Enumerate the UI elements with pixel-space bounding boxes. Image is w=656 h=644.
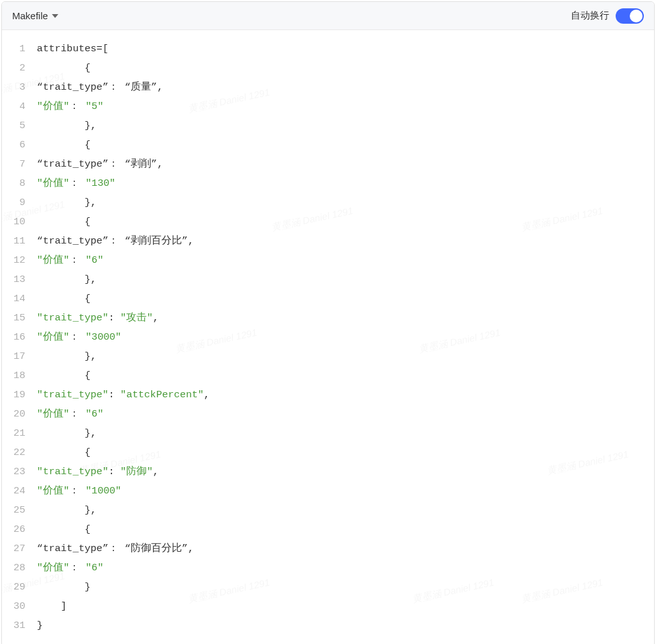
line-number: 9 [13, 193, 26, 212]
code-line: ] [37, 597, 654, 616]
word-wrap-label: 自动换行 [571, 10, 609, 22]
code-block-container: Makefile 自动换行 12345678910111213141516171… [1, 1, 655, 644]
code-line: “trait_type”： “剥削百分比”, [37, 231, 654, 251]
code-line: "trait_type": "attckPercent", [37, 385, 654, 404]
code-line: { [37, 135, 654, 154]
code-line: “trait_type”： “剥削”, [37, 154, 654, 174]
code-line: }, [37, 116, 654, 135]
line-number: 27 [13, 539, 26, 558]
line-number: 12 [13, 251, 26, 270]
line-number: 18 [13, 366, 26, 385]
line-number: 1 [13, 39, 26, 58]
code-line: "价值"： "1000" [37, 481, 654, 500]
line-number-gutter: 1234567891011121314151617181920212223242… [2, 39, 37, 635]
code-line: }, [37, 193, 654, 212]
code-line: "trait_type": "攻击", [37, 308, 654, 327]
line-number: 17 [13, 347, 26, 366]
language-selector[interactable]: Makefile [12, 10, 58, 21]
line-number: 31 [13, 616, 26, 635]
code-line: "价值"： "3000" [37, 327, 654, 347]
line-number: 10 [13, 212, 26, 231]
line-number: 6 [13, 135, 26, 154]
line-number: 24 [13, 481, 26, 500]
language-label: Makefile [12, 10, 48, 21]
line-number: 22 [13, 443, 26, 462]
line-number: 28 [13, 558, 26, 577]
code-line: "价值"： "130" [37, 174, 654, 193]
code-line: }, [37, 270, 654, 289]
code-line: { [37, 443, 654, 462]
chevron-down-icon [52, 14, 58, 18]
line-number: 21 [13, 424, 26, 443]
code-line: attributes=[ [37, 39, 654, 58]
code-line: “trait_type”： “防御百分比”, [37, 539, 654, 558]
line-number: 11 [13, 231, 26, 251]
line-number: 30 [13, 597, 26, 616]
code-line: } [37, 616, 654, 635]
code-line: }, [37, 347, 654, 366]
code-line: "价值"： "6" [37, 404, 654, 424]
line-number: 5 [13, 116, 26, 135]
code-line: "价值"： "6" [37, 251, 654, 270]
code-line: "价值"： "6" [37, 558, 654, 577]
line-number: 23 [13, 462, 26, 481]
line-number: 14 [13, 289, 26, 308]
code-line: { [37, 366, 654, 385]
code-header: Makefile 自动换行 [2, 2, 654, 30]
word-wrap-control: 自动换行 [571, 8, 644, 24]
code-line: } [37, 577, 654, 597]
word-wrap-toggle[interactable] [616, 8, 644, 24]
code-line: { [37, 289, 654, 308]
line-number: 8 [13, 174, 26, 193]
code-line: "价值"： "5" [37, 97, 654, 116]
code-line: "trait_type": "防御", [37, 462, 654, 481]
line-number: 15 [13, 308, 26, 327]
line-number: 26 [13, 520, 26, 539]
code-line: }, [37, 500, 654, 520]
line-number: 3 [13, 78, 26, 97]
code-line: { [37, 58, 654, 78]
line-number: 20 [13, 404, 26, 424]
line-number: 25 [13, 500, 26, 520]
line-number: 29 [13, 577, 26, 597]
code-content[interactable]: attributes=[ {“trait_type”： “质量”,"价值"： "… [37, 39, 654, 635]
line-number: 19 [13, 385, 26, 404]
code-line: }, [37, 424, 654, 443]
line-number: 16 [13, 327, 26, 347]
line-number: 13 [13, 270, 26, 289]
code-line: { [37, 212, 654, 231]
line-number: 7 [13, 154, 26, 174]
code-line: { [37, 520, 654, 539]
line-number: 2 [13, 58, 26, 78]
line-number: 4 [13, 97, 26, 116]
code-line: “trait_type”： “质量”, [37, 78, 654, 97]
toggle-knob [630, 10, 643, 22]
code-area: 1234567891011121314151617181920212223242… [2, 30, 654, 644]
